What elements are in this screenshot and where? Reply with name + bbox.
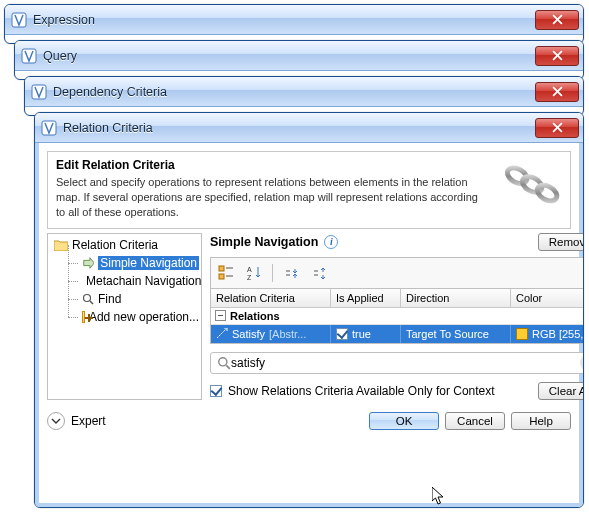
svg-line-16: [226, 365, 230, 369]
grid-header: Relation Criteria Is Applied Direction C…: [211, 289, 584, 308]
folder-icon: [54, 239, 68, 251]
col-direction[interactable]: Direction: [401, 289, 511, 308]
svg-line-8: [90, 301, 93, 304]
header-title: Edit Relation Criteria: [56, 158, 486, 172]
context-only-label: Show Relations Criteria Available Only f…: [228, 384, 495, 398]
close-button[interactable]: [535, 10, 579, 30]
dialog-dependency: Dependency Criteria: [24, 76, 584, 116]
close-button[interactable]: [535, 118, 579, 138]
dialog-relation: Relation Criteria Edit Relation Criteria…: [34, 112, 584, 508]
app-icon: [11, 12, 27, 28]
col-relation-criteria[interactable]: Relation Criteria: [211, 289, 331, 308]
plus-icon: [82, 311, 85, 323]
group-relations[interactable]: Relations: [211, 308, 584, 325]
search-input[interactable]: [231, 356, 580, 370]
col-color[interactable]: Color: [511, 289, 584, 308]
grid-row-satisfy[interactable]: Satisfy [Abstr... true Target To Source: [211, 325, 584, 343]
svg-point-6: [535, 182, 560, 204]
remove-button[interactable]: Remove: [538, 233, 584, 251]
applied-checkbox[interactable]: [336, 328, 348, 340]
svg-point-15: [219, 357, 227, 365]
clear-search-button[interactable]: ✕: [580, 355, 584, 371]
abstraction-icon: [216, 328, 228, 340]
title-relation: Relation Criteria: [63, 121, 535, 135]
color-swatch: [516, 328, 528, 340]
app-icon: [41, 120, 57, 136]
dialog-query: Query: [14, 40, 584, 80]
svg-text:A: A: [247, 266, 252, 273]
close-button[interactable]: [535, 82, 579, 102]
title-query: Query: [43, 49, 535, 63]
categorize-button[interactable]: [215, 262, 237, 284]
title-expression: Expression: [33, 13, 535, 27]
info-icon[interactable]: i: [324, 235, 338, 249]
tree-metachain-nav[interactable]: Metachain Navigation: [68, 272, 199, 290]
ok-button[interactable]: OK: [369, 412, 439, 430]
pane-title: Simple Navigation: [210, 235, 318, 249]
svg-rect-10: [219, 274, 224, 279]
expert-label: Expert: [71, 414, 106, 428]
header-pane: Edit Relation Criteria Select and specif…: [47, 151, 571, 229]
svg-rect-9: [219, 266, 224, 271]
col-is-applied[interactable]: Is Applied: [331, 289, 401, 308]
tree-add-operation[interactable]: Add new operation...: [68, 308, 199, 326]
collapse-button[interactable]: [280, 262, 302, 284]
chevron-down-icon: [51, 416, 61, 426]
arrow-right-icon: [82, 256, 94, 270]
grid-toolbar: AZ: [210, 257, 584, 288]
svg-text:Z: Z: [247, 274, 252, 281]
app-icon: [31, 84, 47, 100]
chain-icon: [494, 158, 562, 206]
tree-root[interactable]: Relation Criteria: [50, 236, 199, 254]
help-button[interactable]: Help: [511, 412, 571, 430]
dialog-expression: Expression: [4, 4, 584, 44]
context-only-checkbox[interactable]: [210, 385, 222, 397]
expand-button[interactable]: [308, 262, 330, 284]
header-desc: Select and specify operations to represe…: [56, 175, 486, 220]
tree-simple-nav[interactable]: Simple Navigation: [68, 254, 199, 272]
cancel-button[interactable]: Cancel: [445, 412, 505, 430]
expert-toggle[interactable]: [47, 412, 65, 430]
tree-find[interactable]: Find: [68, 290, 199, 308]
clear-all-button[interactable]: Clear All: [538, 382, 584, 400]
app-icon: [21, 48, 37, 64]
tree-pane: Relation Criteria Simple Navigation Meta…: [47, 233, 202, 400]
title-dependency: Dependency Criteria: [53, 85, 535, 99]
svg-point-7: [84, 294, 91, 301]
expander-icon[interactable]: [215, 310, 226, 321]
close-button[interactable]: [535, 46, 579, 66]
sort-button[interactable]: AZ: [243, 262, 265, 284]
criteria-grid: Relation Criteria Is Applied Direction C…: [210, 288, 584, 344]
search-box[interactable]: ✕: [210, 352, 584, 374]
magnifier-icon: [217, 356, 231, 370]
magnifier-icon: [82, 293, 94, 305]
